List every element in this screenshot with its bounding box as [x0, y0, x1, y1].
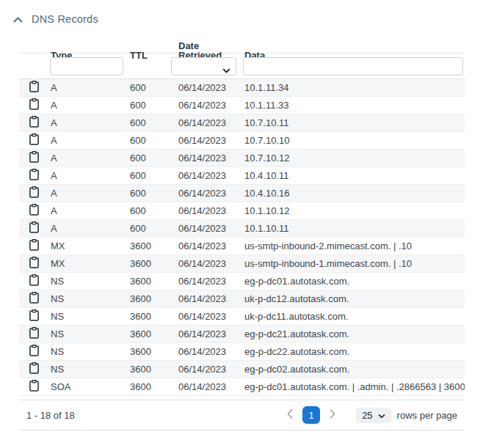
copy-record-button[interactable]	[29, 98, 39, 112]
copy-record-button[interactable]	[29, 116, 39, 130]
clipboard-icon	[29, 221, 39, 235]
ttl-cell: 600	[128, 167, 177, 184]
rows-per-page-select[interactable]: 25	[356, 408, 391, 423]
date-retrieved-cell: 06/14/2023	[177, 361, 240, 378]
ttl-cell: 600	[128, 202, 177, 219]
clipboard-icon	[29, 362, 39, 376]
table-row: MX 3600 06/14/2023 us-smtp-inbound-2.mim…	[19, 238, 465, 255]
copy-record-button[interactable]	[29, 81, 39, 95]
date-retrieved-cell: 06/14/2023	[177, 150, 240, 166]
previous-page-button[interactable]	[281, 406, 299, 424]
date-retrieved-cell: 06/14/2023	[177, 290, 240, 307]
data-cell: eg-p-dc21.autotask.com.	[240, 326, 465, 342]
table-row: NS 3600 06/14/2023 eg-p-dc01.autotask.co…	[19, 273, 465, 290]
type-cell: MX	[49, 238, 128, 254]
table-row: A 600 06/14/2023 10.4.10.16	[19, 185, 465, 202]
row-range-text: 1 - 18 of 18	[26, 410, 75, 421]
data-cell: 10.4.10.11	[240, 167, 465, 184]
next-page-button[interactable]	[324, 406, 341, 424]
copy-record-button[interactable]	[29, 309, 39, 323]
table-row: NS 3600 06/14/2023 eg-p-dc22.autotask.co…	[19, 343, 465, 361]
ttl-cell: 3600	[128, 290, 177, 307]
copy-record-button[interactable]	[29, 292, 39, 306]
clipboard-icon	[29, 186, 39, 200]
copy-record-button[interactable]	[29, 239, 39, 253]
table-row: MX 3600 06/14/2023 us-smtp-inbound-1.mim…	[19, 255, 465, 273]
copy-record-button[interactable]	[29, 169, 39, 183]
date-retrieved-filter-select[interactable]	[171, 57, 236, 76]
table-body: A 600 06/14/2023 10.1.11.34 A 600 06/14/…	[19, 79, 465, 396]
data-cell: us-smtp-inbound-1.mimecast.com. | .10	[240, 255, 465, 272]
ttl-cell: 600	[128, 220, 177, 237]
date-retrieved-cell: 06/14/2023	[177, 378, 240, 395]
clipboard-icon	[29, 239, 39, 253]
type-cell: NS	[49, 308, 128, 325]
date-retrieved-cell: 06/14/2023	[177, 238, 240, 254]
type-cell: NS	[49, 290, 128, 307]
date-retrieved-cell: 06/14/2023	[177, 326, 240, 342]
pagination: 1 25 rows per page	[281, 406, 457, 424]
type-filter-input[interactable]	[50, 57, 123, 76]
copy-record-button[interactable]	[29, 345, 39, 359]
table-row: A 600 06/14/2023 10.1.10.12	[19, 202, 465, 220]
data-cell: us-smtp-inbound-2.mimecast.com. | .10	[240, 238, 465, 254]
copy-record-button[interactable]	[29, 380, 39, 394]
ttl-cell: 600	[128, 185, 177, 202]
table-row: NS 3600 06/14/2023 uk-p-dc11.autotask.co…	[19, 308, 465, 326]
type-cell: A	[49, 150, 128, 166]
chevron-up-icon	[13, 14, 23, 25]
data-cell: eg-p-dc01.autotask.com.	[240, 273, 465, 290]
ttl-cell: 3600	[128, 361, 177, 378]
ttl-cell: 3600	[128, 326, 177, 342]
type-cell: SOA	[49, 378, 128, 395]
ttl-cell: 600	[128, 97, 177, 114]
dns-records-table: Type TTL Date Retrieved Data	[19, 41, 465, 430]
date-retrieved-cell: 06/14/2023	[177, 167, 240, 184]
collapse-section-button[interactable]	[12, 14, 23, 24]
type-cell: A	[49, 202, 128, 219]
copy-record-button[interactable]	[29, 133, 39, 147]
chevron-left-icon	[287, 409, 293, 421]
table-row: NS 3600 06/14/2023 uk-p-dc12.autotask.co…	[19, 290, 465, 308]
ttl-cell: 600	[128, 79, 177, 96]
clipboard-icon	[29, 345, 39, 359]
copy-record-button[interactable]	[29, 221, 39, 235]
date-retrieved-cell: 06/14/2023	[177, 79, 240, 96]
table-row: NS 3600 06/14/2023 eg-p-dc02.autotask.co…	[19, 361, 465, 378]
date-retrieved-cell: 06/14/2023	[177, 308, 240, 325]
date-retrieved-cell: 06/14/2023	[177, 185, 240, 202]
data-cell: 10.4.10.16	[240, 185, 465, 202]
table-header-row: Type TTL Date Retrieved Data	[19, 41, 465, 54]
data-cell: 10.7.10.11	[240, 114, 465, 131]
copy-record-button[interactable]	[29, 204, 39, 218]
type-cell: NS	[49, 326, 128, 342]
copy-record-button[interactable]	[29, 186, 39, 200]
data-cell: uk-p-dc11.autotask.com.	[240, 308, 465, 325]
date-retrieved-cell: 06/14/2023	[177, 132, 240, 149]
table-row: A 600 06/14/2023 10.7.10.10	[19, 132, 465, 150]
ttl-cell: 3600	[128, 378, 177, 395]
copy-record-button[interactable]	[29, 362, 39, 376]
data-filter-input[interactable]	[243, 57, 463, 76]
copy-record-button[interactable]	[29, 274, 39, 288]
clipboard-icon	[29, 380, 39, 394]
ttl-cell: 3600	[128, 238, 177, 254]
type-cell: NS	[49, 273, 128, 290]
date-retrieved-cell: 06/14/2023	[177, 273, 240, 290]
ttl-cell: 600	[128, 114, 177, 131]
table-row: A 600 06/14/2023 10.7.10.11	[19, 114, 465, 132]
copy-record-button[interactable]	[29, 257, 39, 271]
table-row: SOA 3600 06/14/2023 eg-p-dc01.autotask.c…	[19, 378, 465, 396]
copy-record-button[interactable]	[29, 327, 39, 341]
section-header: DNS Records	[0, 0, 483, 26]
type-cell: A	[49, 220, 128, 237]
data-cell: 10.7.10.10	[240, 132, 465, 149]
copy-record-button[interactable]	[29, 151, 39, 165]
clipboard-icon	[29, 327, 39, 341]
clipboard-icon	[29, 204, 39, 218]
table-row: NS 3600 06/14/2023 eg-p-dc21.autotask.co…	[19, 326, 465, 343]
page-1-button[interactable]: 1	[302, 406, 320, 424]
column-header-ttl: TTL	[128, 51, 177, 60]
date-retrieved-cell: 06/14/2023	[177, 114, 240, 131]
type-cell: A	[49, 114, 128, 131]
